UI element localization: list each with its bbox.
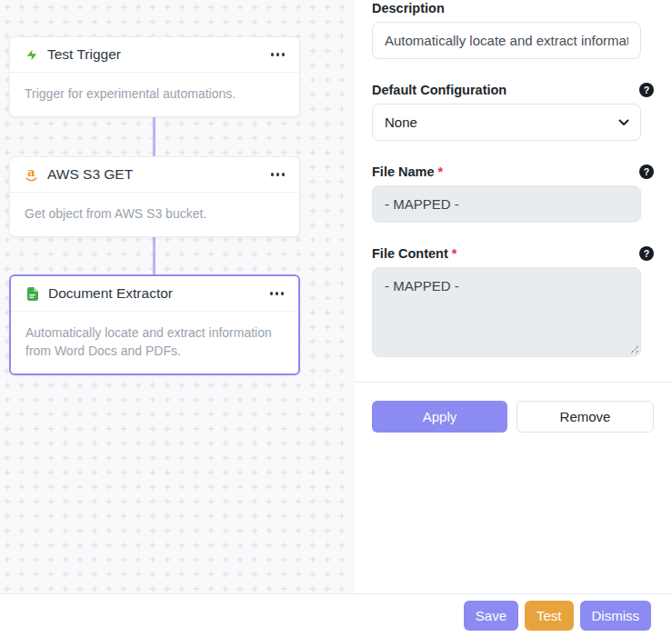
node-description: Automatically locate and extract informa… [11, 312, 298, 373]
file-content-field-group: File Content* ? - MAPPED - [372, 245, 654, 357]
node-title: Test Trigger [47, 46, 262, 63]
document-icon [25, 287, 39, 301]
node-aws-s3-get[interactable]: a AWS S3 GET Get object from AWS S3 buck… [9, 156, 300, 237]
file-name-label: File Name* [372, 164, 443, 179]
node-test-trigger[interactable]: Test Trigger Trigger for experimental au… [9, 36, 300, 117]
required-asterisk: * [438, 164, 444, 179]
file-name-field-group: File Name* ? [372, 164, 654, 223]
node-document-extractor[interactable]: Document Extractor Automatically locate … [9, 274, 300, 375]
node-connector [153, 235, 155, 274]
required-asterisk: * [452, 246, 457, 261]
more-options-icon[interactable] [270, 288, 285, 299]
remove-button[interactable]: Remove [517, 401, 654, 433]
help-icon[interactable]: ? [639, 246, 654, 261]
help-icon[interactable]: ? [639, 164, 654, 179]
more-options-icon[interactable] [271, 49, 286, 60]
description-input[interactable] [372, 22, 641, 59]
node-title: Document Extractor [48, 285, 261, 302]
step-settings-panel: Description Default Configuration ? None… [355, 0, 672, 593]
description-field-group: Description [372, 0, 654, 59]
test-button[interactable]: Test [525, 601, 574, 631]
amazon-icon: a [25, 167, 38, 182]
dismiss-button[interactable]: Dismiss [580, 601, 652, 631]
description-label: Description [372, 1, 445, 15]
save-button[interactable]: Save [464, 601, 518, 631]
automation-builder: Test Trigger Trigger for experimental au… [0, 0, 672, 637]
file-content-textarea: - MAPPED - [372, 267, 641, 357]
panel-divider [355, 382, 672, 383]
node-title: AWS S3 GET [47, 166, 262, 183]
default-configuration-select[interactable]: None [372, 104, 641, 141]
node-header: a AWS S3 GET [10, 157, 299, 193]
file-content-label: File Content* [372, 246, 456, 261]
node-connector [153, 115, 155, 156]
node-description: Get object from AWS S3 bucket. [10, 193, 299, 236]
workflow-canvas[interactable]: Test Trigger Trigger for experimental au… [0, 0, 355, 593]
lightning-icon [25, 48, 38, 62]
file-name-input [372, 185, 641, 223]
node-header: Document Extractor [11, 276, 298, 312]
apply-button[interactable]: Apply [372, 401, 507, 433]
more-options-icon[interactable] [271, 169, 286, 180]
default-configuration-field-group: Default Configuration ? None [372, 82, 654, 141]
footer-bar: Save Test Dismiss [0, 593, 672, 637]
default-configuration-label: Default Configuration [372, 83, 507, 97]
help-icon[interactable]: ? [639, 83, 654, 97]
node-header: Test Trigger [10, 37, 299, 73]
node-description: Trigger for experimental automations. [10, 73, 299, 116]
resize-handle-icon[interactable] [629, 344, 638, 353]
